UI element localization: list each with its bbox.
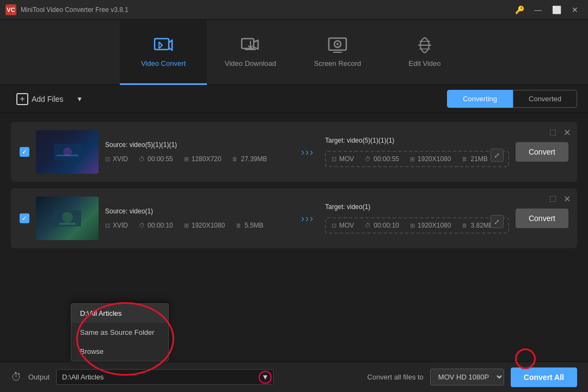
nav-tab-video-download[interactable]: Video Download bbox=[207, 20, 294, 85]
add-files-plus-icon: + bbox=[16, 93, 28, 105]
output-path-wrapper: ▼ bbox=[56, 369, 274, 385]
nav-tab-screen-record-label: Screen Record bbox=[314, 59, 362, 68]
file-card-2-target-info: Target: video(1) ⊡ MOV ⏱ 00:00:10 ⊞ 1920… bbox=[325, 203, 509, 234]
close-button[interactable]: ✕ bbox=[567, 3, 583, 16]
target-2-format: ⊡ MOV bbox=[332, 222, 354, 229]
source-2-resolution: ⊞ 1920X1080 bbox=[184, 222, 225, 229]
file-card-1-target-box: ⊡ MOV ⏱ 00:00:55 ⊞ 1920X1080 🗎 21MB bbox=[325, 151, 509, 167]
target-1-format: ⊡ MOV bbox=[332, 155, 354, 163]
file-card-2-source-info: Source: video(1) ⊡ XVID ⏱ 00:00:10 ⊞ 192… bbox=[105, 207, 289, 229]
source-1-format: ⊡ XVID bbox=[105, 155, 128, 163]
resolution-icon: ⊞ bbox=[184, 156, 189, 163]
add-files-dropdown-arrow[interactable]: ▼ bbox=[74, 92, 85, 106]
file-card-2-target-box: ⊡ MOV ⏱ 00:00:10 ⊞ 1920X1080 🗎 3.82MB bbox=[325, 217, 509, 234]
nav-tab-edit-video[interactable]: Edit Video bbox=[381, 20, 468, 85]
window-controls: 🔑 — ⬜ ✕ bbox=[512, 3, 583, 16]
svg-rect-12 bbox=[57, 155, 78, 156]
minimize-button[interactable]: — bbox=[530, 3, 546, 16]
svg-point-4 bbox=[336, 43, 339, 45]
dropdown-item-same-as-source[interactable]: Same as Source Folder bbox=[71, 323, 168, 342]
duration-icon: ⏱ bbox=[139, 156, 145, 162]
target-2-resolution: ⊞ 1920X1080 bbox=[410, 222, 451, 229]
file-card-2-checkbox[interactable]: ✓ bbox=[20, 213, 29, 223]
nav-tab-screen-record[interactable]: Screen Record bbox=[294, 20, 381, 85]
convert-all-button[interactable]: Convert All bbox=[511, 367, 577, 387]
file-card-1-edit[interactable]: ⬚ bbox=[549, 127, 556, 136]
file-list: ✕ ⬚ ✓ Source: video(5)(1)(1)(1) ⊡ XVID bbox=[0, 113, 588, 257]
file-card-1-source-info: Source: video(5)(1)(1)(1) ⊡ XVID ⏱ 00:00… bbox=[105, 141, 289, 163]
file-card-1-source-meta: ⊡ XVID ⏱ 00:00:55 ⊞ 1280X720 🗎 27.39MB bbox=[105, 155, 289, 163]
toolbar: + Add Files ▼ Converting Converted bbox=[0, 85, 588, 113]
arrows-2: › › › bbox=[296, 213, 318, 224]
file-card-2-edit[interactable]: ⬚ bbox=[549, 194, 556, 203]
output-label: Output bbox=[28, 373, 50, 381]
file-card-1-convert-button[interactable]: Convert bbox=[516, 142, 568, 162]
svg-point-15 bbox=[62, 212, 73, 223]
nav-tab-video-download-label: Video Download bbox=[225, 59, 276, 68]
arrows-1: › › › bbox=[296, 146, 318, 158]
app-title: MiniTool Video Converter Free v3.8.1 bbox=[21, 6, 512, 14]
file-card-2: ✕ ⬚ ✓ Source: video(1) ⊡ XVID bbox=[11, 188, 577, 248]
thumbnail-2-visual bbox=[51, 207, 84, 229]
target-2-resize-button[interactable]: ⤢ bbox=[491, 215, 504, 228]
file-card-1-target-meta: ⊡ MOV ⏱ 00:00:55 ⊞ 1920X1080 🗎 21MB bbox=[332, 155, 503, 163]
app-icon: VC bbox=[5, 4, 16, 15]
key-button[interactable]: 🔑 bbox=[512, 3, 527, 16]
target-1-size: 🗎 21MB bbox=[462, 155, 487, 163]
file-card-1-thumbnail bbox=[36, 130, 99, 174]
dropdown-item-browse[interactable]: Browse bbox=[71, 342, 168, 361]
file-card-2-source-name: video(1) bbox=[130, 207, 153, 215]
add-files-button[interactable]: + Add Files bbox=[11, 90, 69, 108]
screen-record-icon bbox=[328, 35, 347, 55]
video-download-icon bbox=[241, 35, 260, 55]
format-icon: ⊡ bbox=[105, 156, 110, 163]
nav-tab-video-convert[interactable]: Video Convert bbox=[120, 20, 207, 85]
source-1-size: 🗎 27.39MB bbox=[232, 155, 267, 163]
title-bar: VC MiniTool Video Converter Free v3.8.1 … bbox=[0, 0, 588, 20]
nav-tab-video-convert-label: Video Convert bbox=[141, 59, 186, 68]
maximize-button[interactable]: ⬜ bbox=[549, 3, 564, 16]
file-card-2-target-meta: ⊡ MOV ⏱ 00:00:10 ⊞ 1920X1080 🗎 3.82MB bbox=[332, 222, 503, 229]
file-card-1-target-info: Target: video(5)(1)(1)(1) ⊡ MOV ⏱ 00:00:… bbox=[325, 137, 509, 167]
thumbnail-1-visual bbox=[51, 141, 84, 163]
convert-all-to-label: Convert all files to bbox=[367, 373, 424, 381]
edit-video-icon bbox=[415, 35, 434, 55]
bottom-bar: ⏱ Output ▼ Convert all files to MOV HD 1… bbox=[0, 362, 588, 392]
output-dropdown-button[interactable]: ▼ bbox=[259, 371, 272, 384]
source-2-format: ⊡ XVID bbox=[105, 222, 128, 229]
clock-icon: ⏱ bbox=[11, 371, 22, 383]
source-1-duration: ⏱ 00:00:55 bbox=[139, 155, 173, 163]
dropdown-item-all-articles[interactable]: D:\All Articles bbox=[71, 304, 168, 323]
sub-tab-group: Converting Converted bbox=[447, 90, 577, 108]
output-dropdown-popup: D:\All Articles Same as Source Folder Br… bbox=[71, 303, 169, 362]
file-card-2-convert-button[interactable]: Convert bbox=[516, 209, 568, 228]
target-1-resize-button[interactable]: ⤢ bbox=[491, 149, 504, 162]
sub-tab-converted[interactable]: Converted bbox=[513, 90, 577, 108]
target-1-duration: ⏱ 00:00:55 bbox=[365, 155, 399, 163]
nav-tab-edit-video-label: Edit Video bbox=[408, 59, 440, 68]
file-card-1-checkbox[interactable]: ✓ bbox=[20, 147, 29, 157]
source-2-duration: ⏱ 00:00:10 bbox=[139, 222, 173, 229]
svg-rect-16 bbox=[59, 223, 76, 225]
file-card-2-target-name: video(1) bbox=[347, 203, 370, 211]
size-icon: 🗎 bbox=[232, 156, 238, 162]
target-2-size: 🗎 3.82MB bbox=[462, 222, 493, 229]
source-1-resolution: ⊞ 1280X720 bbox=[184, 155, 222, 163]
target-2-duration: ⏱ 00:00:10 bbox=[365, 222, 399, 229]
add-files-label: Add Files bbox=[32, 95, 63, 103]
file-card-2-close[interactable]: ✕ bbox=[564, 194, 571, 204]
file-card-2-thumbnail bbox=[36, 197, 99, 240]
format-select[interactable]: MOV HD 1080P bbox=[430, 369, 504, 385]
sub-tab-converting[interactable]: Converting bbox=[447, 90, 513, 108]
output-path-input[interactable] bbox=[56, 369, 274, 385]
target-1-resolution: ⊞ 1920X1080 bbox=[410, 155, 451, 163]
file-card-2-target-label: Target: video(1) bbox=[325, 203, 509, 211]
file-card-2-source-label: Source: video(1) bbox=[105, 207, 289, 215]
file-card-1-source-name: video(5)(1)(1)(1) bbox=[130, 141, 177, 149]
file-card-1-target-label: Target: video(5)(1)(1)(1) bbox=[325, 137, 509, 144]
file-card-1-source-label: Source: video(5)(1)(1)(1) bbox=[105, 141, 289, 149]
file-card-1: ✕ ⬚ ✓ Source: video(5)(1)(1)(1) ⊡ XVID bbox=[11, 122, 577, 182]
video-convert-icon bbox=[154, 35, 173, 55]
nav-bar: Video Convert Video Download Screen Reco… bbox=[0, 20, 588, 85]
file-card-1-close[interactable]: ✕ bbox=[564, 127, 571, 138]
